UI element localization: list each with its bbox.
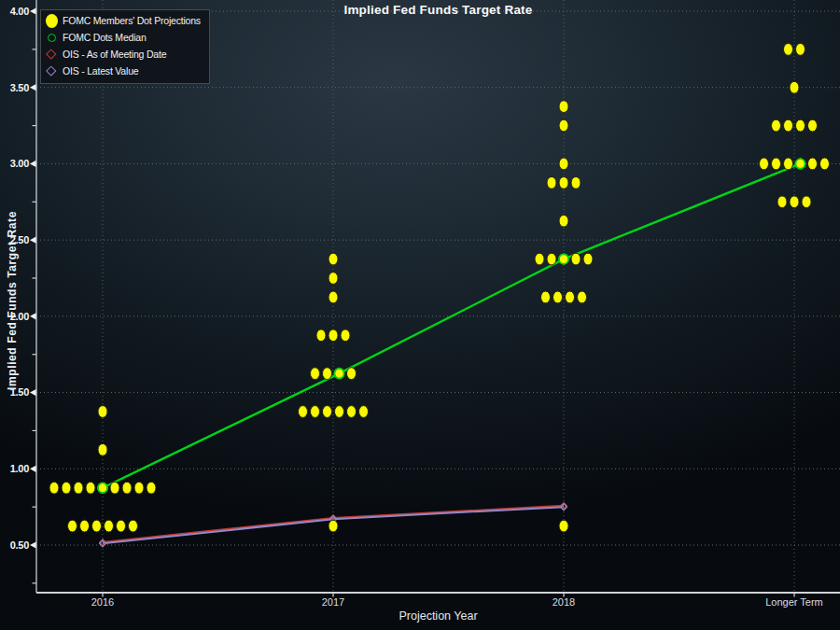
x-axis-title: Projection Year xyxy=(36,609,840,623)
yellow-dot-icon xyxy=(45,14,58,28)
red-diamond-icon xyxy=(45,50,58,58)
purple-diamond-icon xyxy=(45,67,58,75)
legend-item-ois-latest[interactable]: OIS - Latest Value xyxy=(45,63,201,79)
svg-text:3.50: 3.50 xyxy=(10,82,29,93)
svg-text:4.00: 4.00 xyxy=(10,6,29,17)
svg-text:2018: 2018 xyxy=(553,596,575,608)
svg-text:0.50: 0.50 xyxy=(10,539,29,551)
fed-dot-plot-chart: 4.003.503.002.502.001.501.000.5020162017… xyxy=(0,0,840,630)
legend-label: OIS - Latest Value xyxy=(63,65,138,77)
y-axis-title: Implied Fed Funds Target Rate xyxy=(6,211,19,390)
svg-text:2017: 2017 xyxy=(322,596,344,608)
legend: FOMC Members' Dot Projections FOMC Dots … xyxy=(40,9,210,84)
legend-item-fomc-dots[interactable]: FOMC Members' Dot Projections xyxy=(45,12,201,29)
svg-text:3.00: 3.00 xyxy=(10,158,29,169)
legend-label: FOMC Dots Median xyxy=(63,32,147,43)
legend-item-ois-meeting[interactable]: OIS - As of Meeting Date xyxy=(45,46,201,63)
svg-text:1.00: 1.00 xyxy=(10,463,29,474)
green-ring-icon xyxy=(45,34,58,42)
svg-text:2016: 2016 xyxy=(91,596,114,608)
legend-label: OIS - As of Meeting Date xyxy=(63,49,166,60)
svg-text:Longer Term: Longer Term xyxy=(765,596,823,608)
legend-item-fomc-median[interactable]: FOMC Dots Median xyxy=(45,29,201,46)
plot-area: 4.003.503.002.502.001.501.000.5020162017… xyxy=(0,0,840,630)
legend-label: FOMC Members' Dot Projections xyxy=(63,15,201,26)
